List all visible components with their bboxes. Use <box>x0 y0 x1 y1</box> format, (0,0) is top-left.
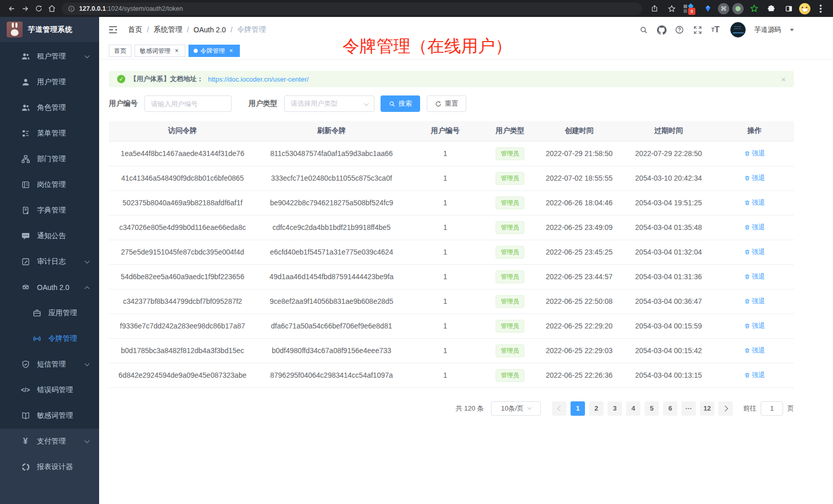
user-id-input[interactable] <box>144 95 232 112</box>
app-logo[interactable]: 芋道管理系统 <box>0 17 99 42</box>
sidebar-item-pay[interactable]: ¥支付管理 <box>0 429 99 454</box>
sidebar-item-oauth[interactable]: OAuth 2.0 <box>0 275 99 300</box>
breadcrumb-item[interactable]: 首页 <box>128 25 142 34</box>
help-icon[interactable] <box>674 25 685 35</box>
sidebar-item-app[interactable]: 应用管理 <box>0 300 99 326</box>
command-extension-icon[interactable] <box>718 3 729 14</box>
page-button-5[interactable]: 5 <box>645 401 659 416</box>
cell-user-type: 管理员 <box>484 338 537 363</box>
extension-cluster-icon[interactable]: 9 <box>682 2 697 15</box>
force-logout-button[interactable]: 强退 <box>744 223 765 232</box>
oauth-icon <box>21 283 30 293</box>
sidebar-item-role[interactable]: 角色管理 <box>0 95 99 121</box>
force-logout-button[interactable]: 强退 <box>744 272 765 281</box>
force-logout-button[interactable]: 强退 <box>744 346 765 355</box>
next-page-button[interactable] <box>718 401 733 416</box>
token-icon <box>32 334 42 344</box>
browser-home-icon[interactable] <box>45 2 59 15</box>
force-logout-button[interactable]: 强退 <box>744 371 765 380</box>
doc-link[interactable]: https://doc.iocoder.cn/user-center/ <box>208 75 309 83</box>
cell-created-at: 2022-06-25 22:50:08 <box>536 289 622 314</box>
sidebar-item-menu[interactable]: 菜单管理 <box>0 121 99 146</box>
tag-1[interactable]: 敏感词管理 <box>135 45 185 57</box>
tag-2[interactable]: 令牌管理 <box>188 45 240 57</box>
force-logout-button[interactable]: 强退 <box>744 173 765 183</box>
sidebar-item-token[interactable]: 令牌管理 <box>0 326 99 352</box>
logo-avatar <box>7 22 23 37</box>
site-info-icon[interactable] <box>68 5 75 12</box>
page-button-6[interactable]: 6 <box>663 401 677 416</box>
doc-alert: 【用户体系】文档地址： https://doc.iocoder.cn/user-… <box>109 71 794 87</box>
tag-0[interactable]: 首页 <box>109 45 131 57</box>
pager: 123456···12 <box>550 401 735 416</box>
record-extension-icon[interactable] <box>732 3 744 14</box>
page-button-2[interactable]: 2 <box>589 401 603 416</box>
browser-forward-icon[interactable] <box>18 2 32 15</box>
page-button-12[interactable]: 12 <box>700 401 714 416</box>
sidebar-item-notice[interactable]: 通知公告 <box>0 223 99 249</box>
breadcrumb-item[interactable]: OAuth 2.0 <box>194 26 226 34</box>
page-ellipsis[interactable]: ··· <box>681 401 696 416</box>
sidebar-item-sensitive[interactable]: 敏感词管理 <box>0 403 99 429</box>
action-label: 强退 <box>752 149 765 158</box>
sidebar: 芋道管理系统 租户管理用户管理角色管理菜单管理部门管理岗位管理字典管理通知公告审… <box>0 17 99 504</box>
cell-user-type: 管理员 <box>484 215 537 240</box>
table-row: f9336e7c7dd242a283ee98dc86b17a87dfa6c71a… <box>109 314 794 338</box>
page-size-select[interactable]: 10条/页 <box>491 401 541 416</box>
sidebar-item-sms[interactable]: 短信管理 <box>0 352 99 377</box>
collapse-sidebar-icon[interactable] <box>108 24 119 35</box>
header-search-icon[interactable] <box>638 25 649 35</box>
bookmark-star-icon[interactable] <box>665 2 679 15</box>
gem-extension-icon[interactable] <box>701 2 715 15</box>
search-button[interactable]: 搜索 <box>381 95 420 112</box>
page-button-1[interactable]: 1 <box>571 401 585 416</box>
app-icon <box>32 308 42 318</box>
user-avatar[interactable] <box>730 22 746 37</box>
github-icon[interactable] <box>656 25 667 35</box>
side-panel-icon[interactable] <box>782 2 796 15</box>
user-name[interactable]: 芋道源码 <box>754 25 781 34</box>
browser-menu-icon[interactable] <box>813 2 828 15</box>
force-logout-button[interactable]: 强退 <box>744 247 765 257</box>
sidebar-item-user[interactable]: 用户管理 <box>0 69 99 95</box>
sidebar-item-dict[interactable]: 字典管理 <box>0 198 99 223</box>
url-bar[interactable]: 127.0.0.1:1024/system/oauth2/token <box>62 3 642 15</box>
prev-page-button[interactable] <box>552 401 566 416</box>
cell-access-token: f9336e7c7dd242a283ee98dc86b17a87 <box>109 314 256 338</box>
user-type-select[interactable]: 请选择用户类型 <box>284 95 374 112</box>
extensions-puzzle-icon[interactable] <box>764 2 779 15</box>
green-star-extension-icon[interactable] <box>747 2 761 15</box>
sidebar-item-dept[interactable]: 部门管理 <box>0 146 99 172</box>
sidebar-item-report[interactable]: 报表设计器 <box>0 454 99 480</box>
user-type-badge: 管理员 <box>496 246 524 259</box>
reset-button[interactable]: 重置 <box>427 95 466 112</box>
sidebar-item-label: 通知公告 <box>37 231 66 241</box>
sidebar-item-log[interactable]: 审计日志 <box>0 249 99 275</box>
browser-back-icon[interactable] <box>5 2 18 15</box>
tag-close-icon[interactable] <box>228 47 235 54</box>
tag-close-icon[interactable] <box>173 47 180 54</box>
alert-close-icon[interactable] <box>781 75 786 84</box>
cell-expires-at: 2054-03-04 00:15:42 <box>622 338 715 363</box>
sidebar-item-tenant[interactable]: 租户管理 <box>0 44 99 69</box>
page-button-3[interactable]: 3 <box>608 401 622 416</box>
user-menu-caret-icon[interactable] <box>790 29 794 31</box>
sidebar-item-errcode[interactable]: </>错误码管理 <box>0 377 99 403</box>
table-row: 41c41346a548490f9dc8b01c6bfe0865333ecfc7… <box>109 166 794 190</box>
breadcrumb-item[interactable]: 系统管理 <box>154 25 182 34</box>
cell-action: 强退 <box>715 215 794 240</box>
browser-profile-avatar[interactable] <box>799 3 810 14</box>
action-label: 强退 <box>752 371 765 380</box>
share-icon[interactable] <box>647 2 661 15</box>
fullscreen-icon[interactable] <box>692 25 703 35</box>
force-logout-button[interactable]: 强退 <box>744 321 765 331</box>
page-button-4[interactable]: 4 <box>626 401 640 416</box>
force-logout-button[interactable]: 强退 <box>744 149 765 158</box>
font-size-icon[interactable] <box>710 25 721 35</box>
force-logout-button[interactable]: 强退 <box>744 198 765 207</box>
sidebar-item-post[interactable]: 岗位管理 <box>0 172 99 198</box>
breadcrumb-separator: / <box>147 26 149 34</box>
goto-page-input[interactable] <box>761 401 783 416</box>
browser-reload-icon[interactable] <box>32 2 45 15</box>
force-logout-button[interactable]: 强退 <box>744 297 765 306</box>
